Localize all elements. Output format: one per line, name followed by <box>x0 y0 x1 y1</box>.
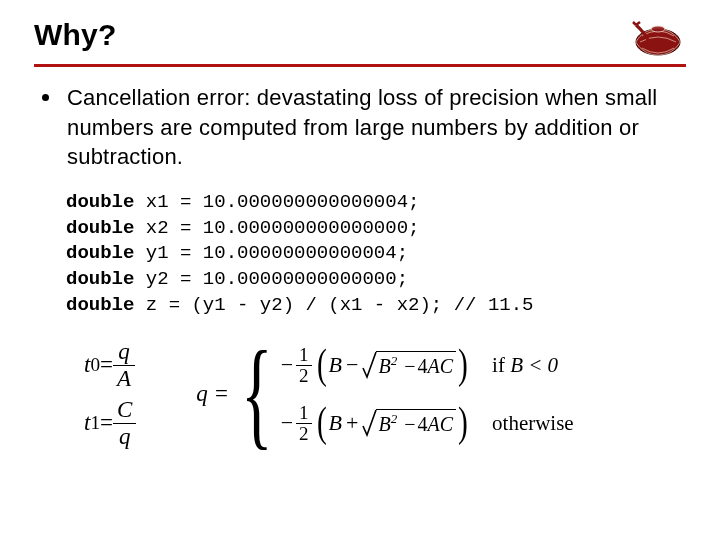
numerator: 1 <box>296 345 312 365</box>
slide-title: Why? <box>34 18 686 52</box>
radicand: B2 −4AC <box>376 409 456 437</box>
svg-point-2 <box>651 26 665 32</box>
subscript-0: 0 <box>90 354 100 376</box>
square-root: B2 −4AC <box>362 409 456 437</box>
square-root: B2 −4AC <box>362 351 456 379</box>
superscript-2: 2 <box>391 353 398 368</box>
math-cases: q = { − 1 2 ( B − <box>196 336 573 452</box>
case-row-2: − 1 2 ( B + <box>281 394 574 452</box>
fraction-q-over-A: q A <box>113 339 135 391</box>
superscript-2: 2 <box>391 411 398 426</box>
left-brace-icon: { <box>241 340 273 448</box>
minus-sign: − <box>402 413 417 435</box>
radical-icon <box>362 409 377 437</box>
radicand: B2 −4AC <box>376 351 456 379</box>
fraction-C-over-q: C q <box>113 397 136 449</box>
numerator: C <box>113 397 136 422</box>
denominator: A <box>113 366 135 391</box>
left-paren-icon: ( <box>317 346 327 384</box>
math-left-column: t0 = q A t1 = C q <box>84 336 136 452</box>
cases-body: − 1 2 ( B − <box>281 336 574 452</box>
var-AC: AC <box>427 413 453 435</box>
var-B: B <box>378 355 390 377</box>
fraction-half: 1 2 <box>296 403 312 444</box>
var-B: B <box>329 410 342 436</box>
code-keyword: double <box>66 294 134 316</box>
right-paren-icon: ) <box>458 404 468 442</box>
code-keyword: double <box>66 268 134 290</box>
minus-sign: − <box>281 352 293 378</box>
numerator: q <box>114 339 134 364</box>
math-formula: t0 = q A t1 = C q q = { <box>84 336 686 452</box>
fraction-half: 1 2 <box>296 345 312 386</box>
equals: = <box>100 352 113 378</box>
code-keyword: double <box>66 191 134 213</box>
equation-t0: t0 = q A <box>84 336 136 394</box>
right-paren-icon: ) <box>458 346 468 384</box>
q-equals: q = <box>196 381 229 407</box>
slide: Why? Cancellation error: devastating los… <box>0 0 720 540</box>
code-line-1: x1 = 10.000000000000004; <box>134 191 419 213</box>
code-line-2: x2 = 10.000000000000000; <box>134 217 419 239</box>
plus-sign: + <box>342 410 362 436</box>
bullet-text: Cancellation error: devastating loss of … <box>67 83 686 172</box>
code-line-3: y1 = 10.00000000000004; <box>134 242 408 264</box>
const-4: 4 <box>417 355 427 377</box>
equation-t1: t1 = C q <box>84 394 136 452</box>
minus-sign: − <box>281 410 293 436</box>
var-B: B <box>378 413 390 435</box>
bullet-dot-icon <box>42 94 49 101</box>
code-block: double x1 = 10.000000000000004; double x… <box>66 190 686 318</box>
equals: = <box>100 410 113 436</box>
paren-group: ( B + B2 −4AC ) <box>315 404 470 442</box>
condition-if: if B < 0 <box>492 353 558 378</box>
const-4: 4 <box>417 413 427 435</box>
minus-sign: − <box>402 355 417 377</box>
minus-sign: − <box>342 352 362 378</box>
if-label: if <box>492 353 510 377</box>
var-AC: AC <box>427 355 453 377</box>
denominator: q <box>115 424 135 449</box>
denominator: 2 <box>296 424 312 444</box>
code-line-4: y2 = 10.00000000000000; <box>134 268 408 290</box>
bullet-item: Cancellation error: devastating loss of … <box>34 83 686 172</box>
numerator: 1 <box>296 403 312 423</box>
radical-icon <box>362 351 377 379</box>
left-paren-icon: ( <box>317 404 327 442</box>
denominator: 2 <box>296 366 312 386</box>
case-row-1: − 1 2 ( B − <box>281 336 574 394</box>
subscript-1: 1 <box>90 412 100 434</box>
var-B: B <box>329 352 342 378</box>
condition-otherwise: otherwise <box>492 411 574 436</box>
cond-expr: B < 0 <box>510 353 558 377</box>
slide-header: Why? <box>34 18 686 67</box>
code-keyword: double <box>66 242 134 264</box>
paren-group: ( B − B2 −4AC ) <box>315 346 470 384</box>
code-line-5: z = (y1 - y2) / (x1 - x2); // 11.5 <box>134 294 533 316</box>
code-keyword: double <box>66 217 134 239</box>
logo-icon <box>622 16 692 60</box>
